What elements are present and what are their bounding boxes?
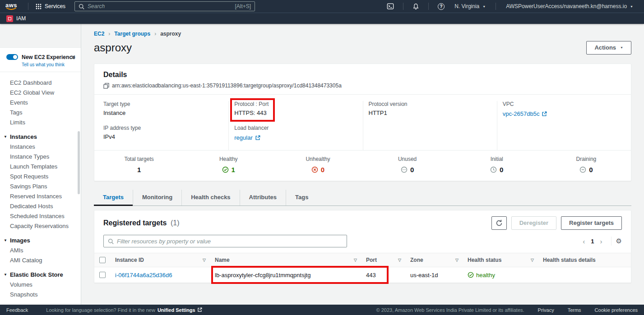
terms-link[interactable]: Terms [568, 307, 581, 313]
sidebar-item-events[interactable]: Events [0, 98, 81, 108]
sidebar-item-ec2-global-view[interactable]: EC2 Global View [0, 88, 81, 98]
column-label: Health status [468, 257, 501, 263]
feedback-button[interactable]: Feedback [6, 307, 28, 313]
sidebar-item-amis[interactable]: AMIs [0, 246, 81, 256]
field-value: HTTPS: 443 [234, 110, 357, 116]
stat-label: Unhealthy [273, 156, 362, 162]
column-header-zone[interactable]: Zone ▽ [406, 257, 463, 263]
field-label: Protocol : Port [234, 101, 357, 107]
stat-unused: Unused 0 [363, 156, 452, 173]
column-header-instance-id[interactable]: Instance ID ▽ [111, 257, 210, 263]
tab-health-checks[interactable]: Health checks [181, 190, 239, 205]
field-load-balancer: Load balancer regular [234, 125, 357, 142]
sidebar-item-ami-catalog[interactable]: AMI Catalog [0, 256, 81, 265]
breadcrumb-separator-icon: › [108, 31, 110, 37]
sidebar-section-images[interactable]: ▼ Images [0, 235, 81, 246]
sidebar-item-snapshots[interactable]: Snapshots [0, 290, 81, 300]
gear-icon[interactable]: ⚙ [616, 237, 622, 245]
close-icon[interactable]: ✕ [70, 54, 76, 60]
column-header-port[interactable]: Port ▽ [361, 257, 406, 263]
filter-box[interactable] [103, 235, 347, 247]
sort-caret-icon[interactable]: ▽ [455, 258, 459, 262]
select-all-checkbox[interactable] [99, 257, 106, 263]
sidebar-item-instance-types[interactable]: Instance Types [0, 152, 81, 162]
chevron-down-icon: ▼ [4, 135, 7, 139]
sidebar-item-volumes[interactable]: Volumes [0, 280, 81, 290]
breadcrumb-target-groups[interactable]: Target groups [114, 31, 150, 37]
refresh-button[interactable] [491, 216, 507, 230]
grid-icon [36, 4, 42, 9]
iam-label: IAM [16, 15, 26, 22]
aws-logo[interactable]: aws [5, 3, 17, 10]
notifications-button[interactable] [408, 3, 424, 10]
console-footer: Feedback Looking for language selection?… [0, 305, 644, 315]
stat-label: Healthy [184, 156, 273, 162]
previous-page-icon[interactable]: ‹ [579, 237, 589, 245]
new-ec2-experience-toggle[interactable] [6, 54, 18, 60]
stat-value: 0 [589, 166, 593, 173]
page-number[interactable]: 1 [589, 238, 596, 245]
sidebar-scrollbar[interactable] [78, 131, 80, 194]
unified-settings-link[interactable]: Unified Settings [158, 307, 202, 313]
sidebar-item-spot-requests[interactable]: Spot Requests [0, 172, 81, 182]
arn-row: arn:aws:elasticloadbalancing:us-east-1:3… [103, 82, 622, 89]
sidebar-item-scheduled-instances[interactable]: Scheduled Instances [0, 211, 81, 221]
sort-caret-icon[interactable]: ▽ [398, 258, 401, 262]
copy-arn-button[interactable] [103, 83, 109, 89]
copy-icon [103, 83, 109, 89]
feedback-link[interactable]: Tell us what you think [22, 62, 75, 67]
aws-console-screen: aws Services [Alt+S] [0, 0, 644, 315]
sidebar-item-launch-templates[interactable]: Launch Templates [0, 162, 81, 172]
next-page-icon[interactable]: › [596, 237, 607, 245]
filter-input[interactable] [117, 238, 343, 245]
divider [403, 3, 403, 10]
tab-attributes[interactable]: Attributes [240, 190, 286, 205]
sort-caret-icon[interactable]: ▽ [203, 258, 206, 262]
register-targets-button[interactable]: Register targets [561, 216, 622, 230]
tab-tags[interactable]: Tags [286, 190, 317, 205]
instance-id-link[interactable]: i-06f1744a6a25d36d6 [115, 272, 172, 278]
tab-monitoring[interactable]: Monitoring [133, 190, 181, 205]
global-search[interactable]: [Alt+S] [74, 1, 255, 11]
stat-total-targets: Total targets 1 [94, 156, 184, 173]
minus-circle-icon [579, 166, 586, 173]
row-checkbox[interactable] [99, 272, 106, 278]
privacy-link[interactable]: Privacy [538, 307, 554, 313]
account-menu[interactable]: AWSPowerUserAccess/navaneeth.kn@harness.… [500, 3, 639, 9]
help-button[interactable]: ? [433, 3, 449, 10]
cloudshell-button[interactable] [382, 3, 398, 10]
sidebar-item-tags[interactable]: Tags [0, 108, 81, 118]
sort-caret-icon[interactable]: ▽ [531, 258, 534, 262]
services-menu-button[interactable]: Services [36, 3, 65, 9]
column-header-health-status[interactable]: Health status ▽ [463, 257, 538, 263]
sidebar-item-instances[interactable]: Instances [0, 142, 81, 152]
sidebar-item-reserved-instances[interactable]: Reserved Instances [0, 192, 81, 201]
copyright-text: © 2023, Amazon Web Services India Privat… [376, 307, 524, 313]
check-circle-icon [468, 272, 474, 278]
sidebar-item-ec2-dashboard[interactable]: EC2 Dashboard [0, 78, 81, 88]
cookie-preferences-link[interactable]: Cookie preferences [595, 307, 638, 313]
chevron-down-icon: ▼ [4, 273, 7, 277]
actions-button[interactable]: Actions ▼ [586, 41, 631, 55]
field-protocol-port: Protocol : Port HTTPS: 443 [234, 101, 357, 116]
stat-initial: Initial 0 [452, 156, 542, 173]
load-balancer-link[interactable]: regular [234, 134, 260, 141]
sidebar-item-capacity-reservations[interactable]: Capacity Reservations [0, 221, 81, 231]
region-selector[interactable]: N. Virginia ▼ [449, 3, 491, 9]
deregister-button[interactable]: Deregister [511, 216, 556, 230]
column-header-name[interactable]: Name ▽ [210, 257, 361, 263]
sort-caret-icon[interactable]: ▽ [354, 258, 357, 262]
sidebar-item-dedicated-hosts[interactable]: Dedicated Hosts [0, 201, 81, 211]
favorite-iam-link[interactable]: IAM [6, 15, 26, 22]
sidebar-item-limits[interactable]: Limits [0, 118, 81, 128]
terminal-icon [387, 3, 394, 10]
sidebar-item-savings-plans[interactable]: Savings Plans [0, 182, 81, 192]
link-label: regular [234, 134, 252, 141]
tab-targets[interactable]: Targets [94, 190, 133, 205]
stat-value: 0 [321, 166, 324, 173]
search-input[interactable] [88, 3, 235, 9]
sidebar-section-elastic-block-store[interactable]: ▼ Elastic Block Store [0, 269, 81, 280]
vpc-link[interactable]: vpc-2657db5c [503, 110, 547, 117]
sidebar-section-instances[interactable]: ▼ Instances [0, 132, 81, 142]
breadcrumb-ec2[interactable]: EC2 [94, 31, 104, 37]
